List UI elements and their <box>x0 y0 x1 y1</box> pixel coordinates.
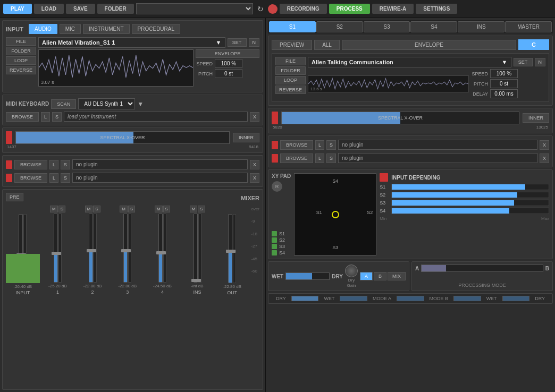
spectral-bar[interactable]: SPECTRAL X-OVER <box>15 131 230 144</box>
save-button[interactable]: SAVE <box>66 4 95 14</box>
r-loop-btn[interactable]: LOOP <box>275 76 306 84</box>
tab-s3[interactable]: S3 <box>364 21 410 32</box>
n-btn[interactable]: N <box>249 38 260 47</box>
r-plugin-browse-1[interactable]: BROWSE <box>280 140 313 150</box>
r-plugin-x-2[interactable]: X <box>540 154 549 163</box>
wet-dry-bar[interactable] <box>285 272 330 280</box>
settings-button[interactable]: SETTINGS <box>416 4 457 14</box>
xy-r-icon[interactable]: R <box>272 181 282 192</box>
tab-procedural[interactable]: PROCEDURAL <box>132 24 180 34</box>
plugin-l-2[interactable]: L <box>49 173 58 183</box>
folder-file-btn[interactable]: FOLDER <box>6 47 36 55</box>
l-button[interactable]: L <box>41 112 50 122</box>
r-plugin-l-2[interactable]: L <box>315 154 324 163</box>
reverse-btn[interactable]: REVERSE <box>6 66 36 74</box>
preview-button[interactable]: PREVIEW <box>272 40 312 50</box>
s-button[interactable]: S <box>52 112 62 122</box>
fader-out[interactable] <box>215 214 249 283</box>
ch-m-4[interactable]: M <box>155 206 163 212</box>
file-btn[interactable]: FILE <box>6 37 36 46</box>
fader-2[interactable] <box>75 214 110 283</box>
bb-bar-2[interactable] <box>340 296 367 301</box>
plugin-s-2[interactable]: S <box>61 173 70 183</box>
r-folder-btn[interactable]: FOLDER <box>275 66 306 75</box>
plugin-browse-2[interactable]: BROWSE <box>14 173 47 183</box>
ch-s-2[interactable]: S <box>93 206 100 212</box>
r-n-btn[interactable]: N <box>535 58 546 66</box>
tab-audio[interactable]: AUDIO <box>29 24 57 34</box>
ch-m-2[interactable]: M <box>85 206 93 212</box>
loop-btn[interactable]: LOOP <box>6 56 36 65</box>
browse-instrument-button[interactable]: BROWSE <box>6 112 39 122</box>
envelope-btn[interactable]: ENVELOPE <box>196 49 259 58</box>
id-bar-track-s4[interactable] <box>391 208 549 214</box>
recording-button[interactable]: RECORDING <box>280 4 327 14</box>
fader-ins[interactable] <box>180 214 214 283</box>
wd-mix-btn[interactable]: MIX <box>388 272 406 280</box>
plugin-x-2[interactable]: X <box>250 173 259 183</box>
load-button[interactable]: LOAD <box>34 4 64 14</box>
inner-button-right[interactable]: INNER <box>523 113 549 123</box>
xy-pad-canvas[interactable]: S1 S2 S3 S4 <box>294 173 376 255</box>
tab-s1[interactable]: S1 <box>269 21 316 32</box>
r-spectral-bar[interactable]: SPECTRAL X-OVER <box>281 112 519 124</box>
bb-bar-5[interactable] <box>502 296 530 301</box>
refresh-icon[interactable]: ↻ <box>255 4 266 14</box>
tab-ins[interactable]: INS <box>458 21 504 32</box>
ch-s-4[interactable]: S <box>163 206 170 212</box>
synth-select[interactable]: AU DLS Synth 1 <box>78 98 135 109</box>
fader-1[interactable] <box>41 214 75 283</box>
record-icon[interactable]: R <box>268 4 278 14</box>
bb-bar-3[interactable] <box>397 296 424 301</box>
ch-m-1[interactable]: M <box>50 206 58 212</box>
set-btn[interactable]: SET <box>228 38 247 47</box>
plugin-browse-1[interactable]: BROWSE <box>14 160 47 169</box>
tab-s4[interactable]: S4 <box>410 21 457 32</box>
plugin-x-1[interactable]: X <box>250 160 259 169</box>
ch-m-3[interactable]: M <box>120 206 128 212</box>
scan-button[interactable]: SCAN <box>51 99 76 109</box>
tab-mic[interactable]: MIC <box>60 24 81 34</box>
process-button[interactable]: PROCESS <box>329 4 370 14</box>
r-plugin-browse-2[interactable]: BROWSE <box>280 154 313 163</box>
play-button[interactable]: PLAY <box>3 4 32 14</box>
fader-3[interactable] <box>111 214 145 283</box>
bb-bar-1[interactable] <box>291 296 319 301</box>
synth-dropdown-icon[interactable]: ▼ <box>137 100 144 108</box>
r-reverse-btn[interactable]: REVERSE <box>275 86 306 94</box>
r-file-btn[interactable]: FILE <box>275 57 306 65</box>
plugin-l-1[interactable]: L <box>49 160 58 169</box>
id-bar-track-s2[interactable] <box>391 192 549 198</box>
pre-button[interactable]: PRE <box>6 193 23 201</box>
fader-input[interactable] <box>6 214 40 283</box>
wd-b-btn[interactable]: B <box>374 272 386 280</box>
dry-gain-knob[interactable] <box>345 265 358 277</box>
ch-m-ins[interactable]: M <box>190 206 198 212</box>
plugin-s-1[interactable]: S <box>61 160 70 169</box>
ch-s-1[interactable]: S <box>58 206 65 212</box>
xy-dot[interactable] <box>332 211 339 218</box>
r-set-btn[interactable]: SET <box>514 58 533 66</box>
preset-dropdown[interactable] <box>136 3 253 14</box>
wd-a-btn[interactable]: A <box>360 272 373 280</box>
r-plugin-x-1[interactable]: X <box>540 140 549 150</box>
tab-s2[interactable]: S2 <box>316 21 363 32</box>
tab-instrument[interactable]: INSTRUMENT <box>83 24 130 34</box>
instrument-clear-button[interactable]: X <box>250 112 259 122</box>
bb-bar-4[interactable] <box>453 296 481 301</box>
rewire-button[interactable]: REWIRE-A <box>372 4 414 14</box>
r-plugin-s-1[interactable]: S <box>326 140 336 150</box>
envelope-right-button[interactable]: ENVELOPE <box>342 40 516 50</box>
id-bar-track-s3[interactable] <box>391 200 549 206</box>
ch-s-ins[interactable]: S <box>198 206 205 212</box>
id-bar-track-s1[interactable] <box>391 184 549 190</box>
fader-4[interactable] <box>146 214 180 283</box>
tab-master[interactable]: MASTER <box>505 21 552 32</box>
folder-button[interactable]: FOLDER <box>97 4 134 14</box>
all-button[interactable]: ALL <box>314 40 340 50</box>
ch-s-3[interactable]: S <box>128 206 135 212</box>
r-plugin-l-1[interactable]: L <box>315 140 324 150</box>
r-plugin-s-2[interactable]: S <box>326 154 336 163</box>
c-button[interactable]: C <box>518 39 549 50</box>
inner-button-left[interactable]: INNER <box>233 133 259 142</box>
